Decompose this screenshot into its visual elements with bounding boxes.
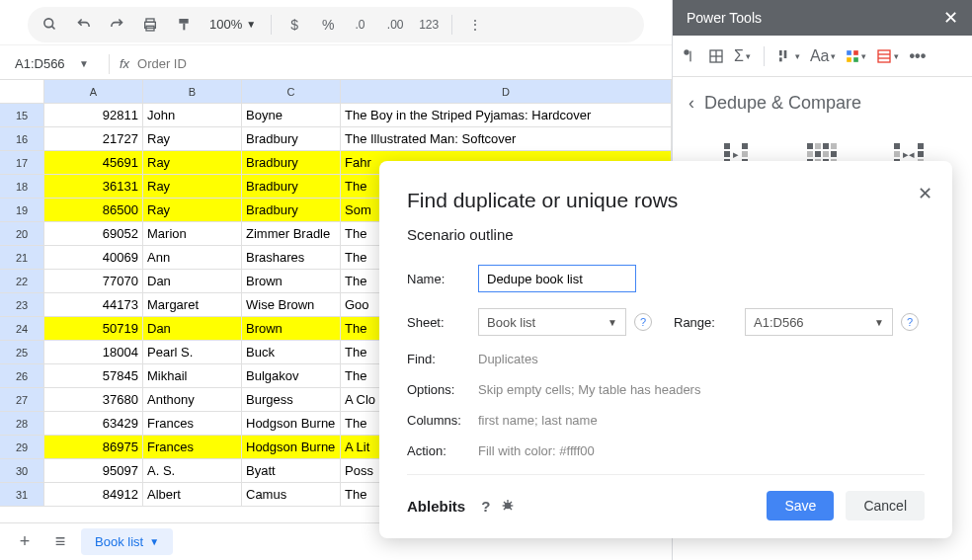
cell[interactable]: Byatt [242,459,341,482]
cell[interactable]: Buck [242,341,341,363]
row-header[interactable]: 22 [0,270,44,292]
cell[interactable]: 77070 [44,270,143,292]
cell[interactable]: John [143,104,242,126]
cell[interactable]: Bradbury [242,151,341,174]
row-header[interactable]: 25 [0,341,44,363]
cell[interactable]: 37680 [44,388,143,411]
cell[interactable]: Marion [143,222,242,245]
cell[interactable]: 18004 [44,341,143,363]
cell[interactable]: 86500 [44,199,143,221]
cell[interactable]: Hodgson Burne [242,412,341,435]
row-header[interactable]: 29 [0,436,44,458]
row-header[interactable]: 15 [0,104,44,126]
currency-icon[interactable]: $ [281,11,308,39]
row-header[interactable]: 24 [0,317,44,340]
help-icon[interactable]: ? [901,313,919,331]
sb-tool-5-icon[interactable]: Aa▾ [810,47,837,65]
row-header[interactable]: 20 [0,222,44,245]
cell[interactable]: Bradbury [242,175,341,198]
cell-ref-dropdown-icon[interactable]: ▼ [79,58,89,69]
row-header[interactable]: 30 [0,459,44,482]
zoom-dropdown[interactable]: 100%▼ [203,17,262,32]
cell[interactable]: Ray [143,199,242,221]
cell[interactable]: Margaret [143,293,242,316]
sheet-dropdown[interactable]: Book list▼ [478,308,626,336]
close-icon[interactable]: ✕ [918,183,932,204]
help-icon[interactable]: ? [634,313,652,331]
row-header[interactable]: 17 [0,151,44,174]
cell[interactable]: Frances [143,412,242,435]
back-icon[interactable]: ‹ [688,93,694,114]
row-header[interactable]: 26 [0,364,44,387]
all-sheets-icon[interactable]: ≡ [45,527,75,557]
add-sheet-icon[interactable]: + [10,527,40,557]
bug-icon[interactable] [500,498,516,515]
increase-decimal-icon[interactable]: .00 [381,11,409,39]
formula-value[interactable]: Order ID [137,56,187,71]
scenario-name-input[interactable] [478,265,636,292]
cell[interactable]: 63429 [44,412,143,435]
sb-tool-4-icon[interactable]: ▾ [777,48,800,64]
row-header[interactable]: 23 [0,293,44,316]
cell[interactable]: Ray [143,175,242,198]
cell[interactable]: Mikhail [143,364,242,387]
cell[interactable]: Frances [143,436,242,458]
row-header[interactable]: 18 [0,175,44,198]
search-icon[interactable] [36,11,63,39]
cell[interactable]: 95097 [44,459,143,482]
row-header[interactable]: 28 [0,412,44,435]
print-icon[interactable] [136,11,164,39]
cell[interactable]: Dan [143,270,242,292]
col-header[interactable]: B [143,80,242,103]
cell[interactable]: Brashares [242,246,341,269]
sb-tool-2-icon[interactable] [708,48,724,64]
cell[interactable]: Anthony [143,388,242,411]
paint-format-icon[interactable] [170,11,198,39]
cell[interactable]: Camus [242,483,341,506]
col-header[interactable]: C [242,80,341,103]
cell[interactable]: Brown [242,317,341,340]
sheet-tab-dropdown-icon[interactable]: ▼ [149,536,159,547]
cell[interactable]: 40069 [44,246,143,269]
cell[interactable]: Bradbury [242,199,341,221]
cancel-button[interactable]: Cancel [846,491,925,520]
cell[interactable]: 86975 [44,436,143,458]
cell[interactable]: 36131 [44,175,143,198]
sheet-tab-active[interactable]: Book list ▼ [81,528,173,555]
cell[interactable]: The Illustrated Man: Softcover [341,127,672,150]
sb-tool-1-icon[interactable] [683,48,698,64]
cell[interactable]: The Boy in the Striped Pyjamas: Hardcove… [341,104,672,126]
help-icon[interactable]: ? [481,498,490,515]
format-123-icon[interactable]: 123 [415,11,443,39]
col-header[interactable]: A [44,80,143,103]
cell[interactable]: Zimmer Bradle [242,222,341,245]
row-header[interactable]: 27 [0,388,44,411]
cell[interactable]: A. S. [143,459,242,482]
cell[interactable]: 57845 [44,364,143,387]
cell[interactable]: Albert [143,483,242,506]
cell[interactable]: Ray [143,151,242,174]
close-icon[interactable]: ✕ [943,7,958,29]
row-header[interactable]: 19 [0,199,44,221]
cell[interactable]: Burgess [242,388,341,411]
cell[interactable]: Dan [143,317,242,340]
redo-icon[interactable] [103,11,130,39]
cell[interactable]: 84912 [44,483,143,506]
sb-tool-7-icon[interactable]: ▾ [876,48,899,64]
cell[interactable]: Bradbury [242,127,341,150]
sb-tool-3-icon[interactable]: Σ▾ [734,47,751,65]
save-button[interactable]: Save [767,491,834,520]
cell[interactable]: 69052 [44,222,143,245]
cell[interactable]: Ann [143,246,242,269]
row-header[interactable]: 16 [0,127,44,150]
select-all-corner[interactable] [0,80,44,103]
cell-reference[interactable]: A1:D566 [10,56,79,71]
cell[interactable]: Wise Brown [242,293,341,316]
cell[interactable]: 21727 [44,127,143,150]
cell[interactable]: Boyne [242,104,341,126]
cell[interactable]: 50719 [44,317,143,340]
undo-icon[interactable] [69,11,97,39]
cell[interactable]: Pearl S. [143,341,242,363]
row-header[interactable]: 31 [0,483,44,506]
cell[interactable]: Bulgakov [242,364,341,387]
